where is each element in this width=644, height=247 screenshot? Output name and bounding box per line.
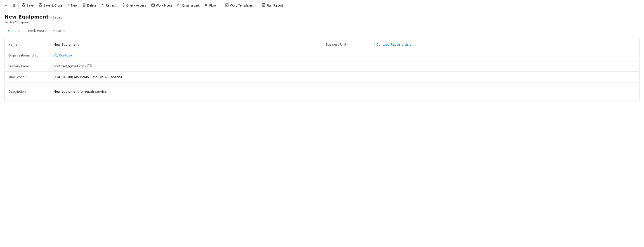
page-subtitle: Facility/Equipment	[4, 20, 640, 24]
refresh-label: Refresh	[106, 4, 117, 7]
svg-rect-1	[22, 4, 24, 4]
page-header: New Equipment - Saved Facility/Equipment	[0, 11, 644, 24]
check-access-button[interactable]: Check Access	[119, 2, 148, 9]
svg-rect-15	[152, 4, 154, 6]
timezone-label-text: Time Zone	[8, 75, 25, 79]
email-link-icon	[178, 3, 181, 8]
name-label: Name *	[5, 39, 50, 50]
tab-general-label: General	[8, 29, 20, 32]
word-templates-icon	[225, 3, 229, 8]
word-templates-chevron-icon: ⌄	[256, 4, 258, 7]
description-label: Description	[5, 82, 50, 100]
org-unit-value-text[interactable]: Contoso	[59, 54, 72, 57]
run-report-btn-group: Run Report ⌄	[260, 2, 290, 9]
email-inner: contoso@gmail.com	[54, 64, 636, 68]
bu-label: Business Unit *	[322, 39, 367, 50]
name-label-text: Name	[8, 43, 18, 46]
org-unit-label-text: Organizational Unit	[8, 54, 38, 57]
delete-icon	[82, 3, 86, 8]
form-half-bu: Business Unit * Contoso Repair division	[322, 39, 639, 50]
save-close-label: Save & Close	[44, 4, 62, 7]
svg-marker-20	[205, 4, 208, 6]
svg-rect-34	[54, 56, 55, 57]
tab-work-hours[interactable]: Work Hours	[24, 27, 50, 35]
tab-general[interactable]: General	[4, 27, 24, 35]
delete-button[interactable]: Delete	[80, 2, 98, 9]
svg-rect-33	[55, 54, 56, 55]
org-unit-label: Organizational Unit	[5, 50, 50, 60]
bu-label-text: Business Unit	[326, 43, 346, 46]
description-label-text: Description	[8, 90, 26, 93]
page-saved-status: - Saved	[50, 16, 62, 19]
toolbar: ← ⧉ Save Save & Close + New	[0, 0, 644, 11]
tab-related[interactable]: Related	[50, 27, 69, 35]
email-link-button[interactable]: Email a Link	[175, 2, 202, 9]
flow-chevron-icon: ⌄	[220, 4, 222, 7]
check-access-label: Check Access	[126, 4, 146, 7]
svg-rect-3	[23, 5, 24, 6]
timezone-value-text: (GMT-07:00) Mountain Time (US & Canada)	[54, 75, 122, 79]
divider-1	[18, 2, 18, 8]
form-half-name: Name * New Equipment	[5, 39, 322, 50]
bu-value-text[interactable]: Contoso Repair division	[376, 43, 414, 46]
word-templates-button[interactable]: Word Templates	[223, 2, 255, 9]
bu-icon	[371, 43, 375, 46]
work-hours-icon	[151, 3, 155, 8]
refresh-button[interactable]: ↻ Refresh	[99, 2, 119, 9]
svg-rect-5	[40, 4, 41, 4]
run-report-chevron-button[interactable]: ⌄	[285, 2, 289, 8]
email-value-text: contoso@gmail.com	[54, 64, 86, 68]
email-action-icon[interactable]	[88, 64, 92, 68]
check-access-icon	[122, 3, 125, 8]
svg-rect-7	[40, 5, 41, 6]
timezone-required: *	[26, 76, 27, 79]
svg-rect-9	[84, 4, 85, 4]
flow-button[interactable]: Flow	[202, 2, 218, 9]
email-label-text: Primary Email	[8, 64, 30, 68]
form-row-timezone: Time Zone * (GMT-07:00) Mountain Time (U…	[5, 72, 639, 82]
name-value[interactable]: New Equipment	[50, 39, 322, 50]
refresh-icon: ↻	[101, 3, 104, 8]
page-title: New Equipment	[4, 14, 48, 20]
form-row-description: Description New equipment for repair ser…	[5, 82, 639, 100]
form-row-org-unit: Organizational Unit Contoso	[5, 50, 639, 61]
name-value-text: New Equipment	[54, 43, 79, 46]
new-icon: +	[68, 3, 70, 8]
save-button[interactable]: Save	[20, 2, 36, 9]
form-section: Name * New Equipment Business Unit *	[4, 39, 640, 101]
run-report-chevron-icon: ⌄	[286, 4, 288, 7]
tabs: General Work Hours Related	[0, 27, 644, 35]
save-close-button[interactable]: Save & Close	[36, 2, 65, 9]
timezone-value[interactable]: (GMT-07:00) Mountain Time (US & Canada)	[50, 72, 639, 82]
delete-label: Delete	[87, 4, 96, 7]
work-hours-button[interactable]: Work Hours	[149, 2, 175, 9]
run-report-button[interactable]: Run Report	[260, 2, 285, 9]
email-label: Primary Email	[5, 61, 50, 72]
word-templates-label: Word Templates	[230, 4, 253, 7]
run-report-label: Run Report	[267, 4, 283, 7]
svg-point-14	[122, 4, 125, 6]
description-value[interactable]: New equipment for repair service	[50, 82, 639, 100]
flow-label: Flow	[209, 4, 216, 7]
flow-icon	[204, 3, 208, 8]
new-label: New	[71, 4, 77, 7]
page-title-row: New Equipment - Saved	[4, 14, 640, 20]
word-templates-btn-group: Word Templates ⌄	[223, 2, 259, 9]
flow-chevron-button[interactable]: ⌄	[218, 2, 222, 8]
tab-work-hours-label: Work Hours	[28, 29, 46, 32]
email-value[interactable]: contoso@gmail.com	[50, 61, 639, 72]
bu-required: *	[347, 43, 348, 46]
run-report-icon	[262, 3, 266, 8]
flow-btn-group: Flow ⌄	[202, 2, 223, 9]
window-button[interactable]: ⧉	[10, 2, 18, 9]
back-icon: ←	[4, 4, 8, 8]
email-link-label: Email a Link	[182, 4, 199, 7]
save-icon	[22, 3, 25, 8]
word-templates-chevron-button[interactable]: ⌄	[255, 2, 259, 8]
bu-value[interactable]: Contoso Repair division	[367, 39, 639, 50]
form-row-name-bu: Name * New Equipment Business Unit *	[5, 39, 639, 50]
new-button[interactable]: + New	[65, 2, 80, 9]
org-unit-value[interactable]: Contoso	[50, 50, 639, 60]
form-row-email: Primary Email contoso@gmail.com	[5, 61, 639, 72]
back-button[interactable]: ←	[2, 2, 10, 9]
